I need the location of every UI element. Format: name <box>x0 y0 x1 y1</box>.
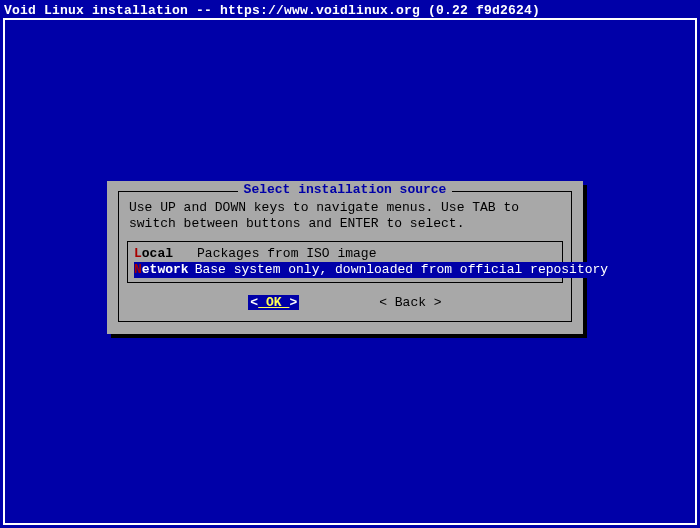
ok-button[interactable]: < OK > <box>248 295 299 310</box>
angle-right-icon: > <box>289 295 297 310</box>
back-button[interactable]: < Back > <box>379 295 441 310</box>
dialog-button-row: < OK >< Back > <box>127 295 563 311</box>
angle-right-icon: > <box>434 295 442 310</box>
option-description: Packages from ISO image <box>197 246 376 262</box>
dialog-border: Select installation source Use UP and DO… <box>118 191 572 322</box>
option-description: Base system only, downloaded from offici… <box>189 262 610 278</box>
option-hotkey: L <box>134 246 142 262</box>
installer-screen: Void Linux installation -- https://www.v… <box>0 0 700 528</box>
angle-left-icon: < <box>250 295 258 310</box>
window-title: Void Linux installation -- https://www.v… <box>4 3 696 19</box>
ok-button-label: OK <box>258 295 289 310</box>
option-hotkey: N <box>134 262 142 277</box>
source-menu[interactable]: LocalPackages from ISO image NetworkBase… <box>127 241 563 284</box>
source-option-network[interactable]: NetworkBase system only, downloaded from… <box>132 262 558 278</box>
dialog-help-text: Use UP and DOWN keys to navigate menus. … <box>129 200 561 233</box>
angle-left-icon: < <box>379 295 387 310</box>
option-label-rest: ocal <box>142 246 173 262</box>
back-button-label: Back <box>387 295 434 310</box>
dialog-title: Select installation source <box>238 182 453 198</box>
source-dialog: Select installation source Use UP and DO… <box>107 181 583 334</box>
source-option-local[interactable]: LocalPackages from ISO image <box>132 246 558 262</box>
option-label-rest: etwork <box>142 262 189 277</box>
